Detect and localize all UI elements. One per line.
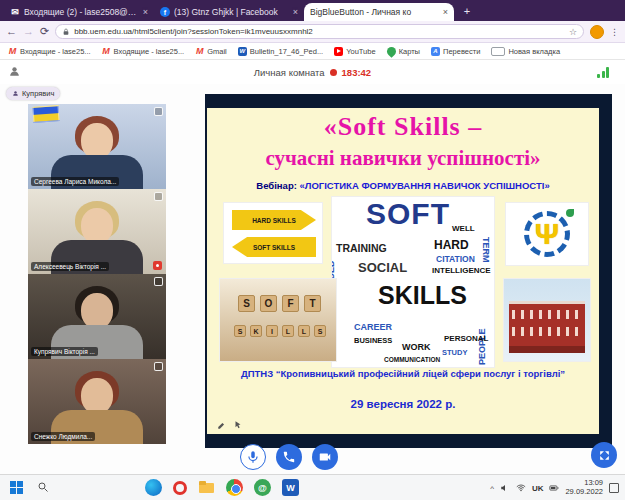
cloud-word: SKILLS <box>378 283 467 308</box>
pencil-icon[interactable] <box>217 420 227 430</box>
windows-taskbar: @ W ^ UK 13:09 29.09.2022 <box>0 474 625 500</box>
wooden-cubes-image: S O F T S K I L L S <box>219 278 337 362</box>
language-indicator[interactable]: UK <box>532 484 544 493</box>
chrome-app-icon[interactable] <box>226 479 243 496</box>
cloud-word: CITATION <box>436 255 475 264</box>
cube-letter: S <box>234 325 246 337</box>
close-icon[interactable]: × <box>143 7 148 17</box>
speaker-icon[interactable] <box>500 483 510 493</box>
browser-app-icon[interactable] <box>145 479 162 496</box>
translate-icon <box>431 47 440 56</box>
user-chip[interactable]: Купрявич <box>6 87 60 100</box>
signpost-image: HARD SKILLS SOFT SKILLS <box>223 202 323 264</box>
gmail-icon <box>102 47 111 56</box>
wifi-icon[interactable] <box>516 483 526 493</box>
bookmark-translate[interactable]: Перевести <box>431 47 480 56</box>
new-tab-icon <box>491 47 505 56</box>
browser-menu-icon[interactable] <box>610 27 619 37</box>
gmail-icon <box>8 47 17 56</box>
leave-audio-button[interactable] <box>276 444 302 470</box>
webcam-kupryavich[interactable]: Купрявич Вікторія ... <box>28 274 166 359</box>
bookmark-new-tab[interactable]: Новая вкладка <box>491 47 560 56</box>
lock-icon <box>62 28 70 36</box>
action-bar <box>240 444 338 470</box>
bookmark-youtube[interactable]: YouTube <box>334 47 375 56</box>
profile-avatar[interactable] <box>590 25 604 39</box>
red-status-icon <box>153 261 162 270</box>
webcam-alekseevets[interactable]: Алексеевець Вікторія ... <box>28 189 166 274</box>
slide-subtitle: Вебінар: «ЛОГІСТИКА ФОРМУВАННЯ НАВИЧОК У… <box>207 180 599 191</box>
battery-icon[interactable] <box>549 483 559 493</box>
mail-app-icon[interactable]: @ <box>254 479 271 496</box>
cloud-word: WELL <box>452 225 475 233</box>
bookmark-inbox-2[interactable]: Входящие - lase25... <box>102 47 185 56</box>
forward-button[interactable] <box>23 26 34 37</box>
mute-button[interactable] <box>240 444 266 470</box>
reload-button[interactable] <box>40 26 49 37</box>
browser-toolbar: bbb.uem.edu.ua/html5client/join?sessionT… <box>0 21 625 43</box>
subtitle-rest: «ЛОГІСТИКА ФОРМУВАННЯ НАВИЧОК УСПІШНОСТІ… <box>297 180 550 191</box>
ukraine-flag <box>32 105 59 123</box>
file-explorer-icon[interactable] <box>198 479 215 496</box>
cloud-word: BUSINESS <box>354 337 392 345</box>
video-camera-icon <box>318 450 332 464</box>
maps-pin-icon <box>385 45 398 58</box>
bookmark-maps[interactable]: Карты <box>387 47 420 56</box>
expand-arrows-icon <box>598 449 611 462</box>
close-icon[interactable]: × <box>293 7 298 17</box>
lyceum-building-photo <box>503 278 591 362</box>
new-tab-button[interactable] <box>460 5 474 19</box>
cube-letter: L <box>298 325 310 337</box>
person-silhouette <box>81 123 113 159</box>
room-title: Личная комната <box>254 67 325 78</box>
webcam-name-label: Алексеевець Вікторія ... <box>31 262 109 271</box>
bookmark-inbox-1[interactable]: Входящие - lase25... <box>8 47 91 56</box>
soft-skills-sign: SOFT SKILLS <box>232 237 316 257</box>
tab-facebook[interactable]: (13) Gtnz Ghjkk | Facebook × <box>154 3 304 21</box>
cloud-word: HARD <box>434 239 469 251</box>
slide[interactable]: «Soft Skills – сучасні навички успішност… <box>207 108 599 434</box>
word-app-icon[interactable]: W <box>282 479 299 496</box>
pointer-icon[interactable] <box>233 420 243 430</box>
bookmark-label: Карты <box>399 47 420 56</box>
webcam-name-label: Купрявич Вікторія ... <box>31 347 98 356</box>
search-icon <box>37 481 49 493</box>
bookmark-bulletin-doc[interactable]: Bulletin_17_46_Ped... <box>238 47 323 56</box>
tab-strip: Входящие (2) - lase2508@gmail × (13) Gtn… <box>0 0 625 21</box>
video-expand-icon[interactable] <box>154 277 163 286</box>
tab-title: Входящие (2) - lase2508@gmail <box>24 7 139 17</box>
word-doc-icon <box>238 47 247 56</box>
bookmark-gmail[interactable]: Gmail <box>195 47 227 56</box>
cloud-word: PERSONAL <box>444 335 488 343</box>
webcam-button[interactable] <box>312 444 338 470</box>
slide-footer-date: 29 вересня 2022 р. <box>207 398 599 410</box>
cube-letter: O <box>260 295 277 312</box>
bookmark-label: Входящие - lase25... <box>114 47 185 56</box>
leaf-icon <box>566 209 574 217</box>
participants-icon[interactable] <box>8 65 21 78</box>
address-bar[interactable]: bbb.uem.edu.ua/html5client/join?sessionT… <box>55 24 584 39</box>
word-cloud-image: SOFT SKILLS SOCIAL TRAINING NEEDED HARD … <box>331 196 495 368</box>
webcam-sergeeva[interactable]: Сергеева Лариса Микола... <box>28 104 166 189</box>
start-button[interactable] <box>10 481 23 494</box>
restore-presentation-button[interactable] <box>591 442 617 468</box>
taskbar-search-button[interactable] <box>37 479 49 497</box>
bookmark-star-icon[interactable] <box>569 27 577 37</box>
tab-gmail[interactable]: Входящие (2) - lase2508@gmail × <box>4 3 154 21</box>
recording-timer[interactable]: 183:42 <box>342 67 372 78</box>
tab-title: (13) Gtnz Ghjkk | Facebook <box>174 7 289 17</box>
video-expand-icon[interactable] <box>154 362 163 371</box>
close-icon[interactable]: × <box>443 7 448 17</box>
back-button[interactable] <box>6 26 17 37</box>
webcam-snezhko[interactable]: Снежко Людмила... <box>28 359 166 444</box>
action-center-icon[interactable] <box>609 483 619 493</box>
taskbar-clock[interactable]: 13:09 29.09.2022 <box>565 479 603 496</box>
connection-status-icon[interactable] <box>595 64 611 80</box>
opera-app-icon[interactable] <box>173 481 187 495</box>
slide-title-line2: сучасні навички успішності» <box>207 146 599 171</box>
cloud-word: SOCIAL <box>358 261 407 274</box>
tab-bigbluebutton[interactable]: BigBlueButton - Личная ко × <box>304 3 454 21</box>
video-expand-icon[interactable] <box>154 192 163 201</box>
video-expand-icon[interactable] <box>154 107 163 116</box>
hidden-icons-chevron[interactable]: ^ <box>490 484 494 493</box>
